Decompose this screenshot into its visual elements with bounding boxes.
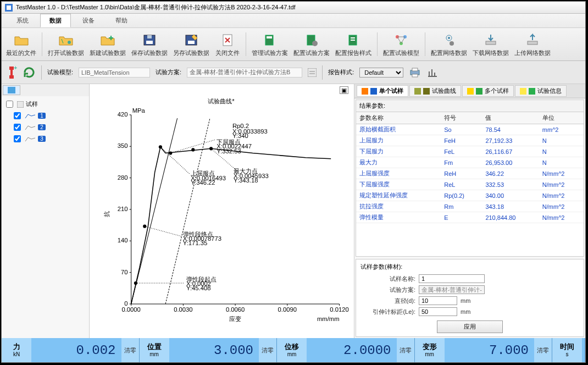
svg-rect-7	[188, 41, 195, 44]
specimen-red-icon[interactable]: +	[6, 65, 17, 80]
net-cfg-icon	[441, 32, 457, 48]
curve-thumb-icon	[25, 136, 36, 142]
spec-scheme-label: 试验方案:	[360, 286, 415, 294]
svg-text:210: 210	[118, 206, 128, 212]
config-network-data-button[interactable]: 配置网络数据	[429, 30, 469, 58]
result-header: 单位	[539, 112, 584, 124]
table-row[interactable]: 下屈服力FeL26,116.67N	[356, 146, 584, 157]
view-tab-多个试样[interactable]: 多个试样	[462, 85, 514, 97]
tree-item-checkbox[interactable]	[14, 135, 21, 142]
svg-text:Y:340: Y:340	[232, 132, 248, 139]
status-位置: 位置mm3.000清零	[140, 338, 278, 362]
menu-data[interactable]: 数据	[40, 14, 71, 27]
result-header: 符号	[441, 112, 482, 124]
refresh-icon[interactable]	[23, 66, 36, 79]
status-value: 3.000	[169, 338, 259, 362]
menu-system[interactable]: 系统	[7, 14, 38, 27]
report-icon	[345, 32, 362, 48]
status-时间: 时间s	[552, 338, 585, 362]
result-params-panel: 结果参数: 参数名称符号值单位 原始横截面积So78.54mm^2上屈服力FeH…	[356, 99, 584, 257]
save-test-data-button[interactable]: 保存试验数据	[129, 30, 170, 58]
scheme-value[interactable]	[187, 68, 302, 78]
close-file-button[interactable]: 关闭文件	[213, 30, 242, 58]
menu-help[interactable]: 帮助	[106, 14, 137, 27]
view-tab-试验曲线[interactable]: 试验曲线	[409, 85, 461, 97]
spec-gauge-unit: mm	[461, 308, 477, 315]
svg-rect-24	[9, 67, 14, 70]
clear-button[interactable]: 清零	[121, 338, 139, 362]
table-row[interactable]: 最大力Fm26,953.00N	[356, 157, 584, 168]
svg-rect-25	[10, 70, 13, 75]
folder-open-icon	[58, 32, 74, 48]
table-row[interactable]: 下屈服强度ReL332.53N/mm^2	[356, 179, 584, 190]
config-report-style-button[interactable]: 配置报告样式	[333, 30, 374, 58]
view-tab-单个试样[interactable]: 单个试样	[357, 85, 408, 97]
clear-button[interactable]: 清零	[397, 338, 414, 362]
tree-item-checkbox[interactable]	[14, 112, 21, 119]
table-row[interactable]: 抗拉强度Rm343.18N/mm^2	[356, 201, 584, 212]
clear-button[interactable]: 清零	[259, 338, 276, 362]
view-tab-试验信息[interactable]: 试验信息	[515, 85, 567, 97]
status-变形: 变形mm7.000清零	[415, 338, 553, 362]
spec-diameter-unit: mm	[461, 297, 477, 304]
svg-line-61	[131, 118, 177, 304]
specimen-tree-tab[interactable]	[3, 85, 20, 95]
report-style-select[interactable]: Default	[359, 68, 403, 78]
apply-button[interactable]: 应用	[437, 320, 503, 333]
net-up-icon	[524, 32, 541, 48]
svg-text:Y:346.22: Y:346.22	[191, 179, 215, 186]
spec-name-input[interactable]	[419, 274, 485, 283]
table-row[interactable]: 上屈服强度ReH346.22N/mm^2	[356, 168, 584, 179]
svg-rect-23	[528, 41, 537, 45]
svg-rect-28	[308, 68, 317, 77]
tree-root-checkbox[interactable]	[6, 101, 13, 108]
upload-network-data-button[interactable]: 上传网络数据	[512, 30, 553, 58]
book-gear-icon	[303, 32, 320, 48]
tree-item-3[interactable]: 3	[4, 133, 87, 145]
curve-thumb-icon	[25, 125, 36, 130]
tree-root[interactable]: 试样	[4, 98, 87, 110]
recent-files-button[interactable]: 最近的文件	[4, 30, 38, 58]
table-row[interactable]: 规定塑性延伸强度Rp(0.2)340.00N/mm^2	[356, 190, 584, 201]
clear-button[interactable]: 清零	[534, 338, 552, 362]
table-row[interactable]: 弹性模量E210,844.80N/mm^2	[356, 212, 584, 223]
svg-text:70: 70	[121, 269, 128, 275]
svg-point-12	[312, 41, 318, 46]
menu-device[interactable]: 设备	[73, 14, 104, 27]
folder-new-icon	[99, 32, 116, 48]
option-bar: + 试验模型: 试验方案: 报告样式: Default	[2, 61, 585, 84]
config-scheme-button[interactable]: 配置试验方案	[291, 30, 332, 58]
svg-text:Y:332.53: Y:332.53	[217, 148, 241, 154]
svg-text:Y:171.35: Y:171.35	[183, 240, 207, 246]
tree-item-2[interactable]: 2	[4, 121, 87, 133]
tree-item-1[interactable]: 1	[4, 110, 87, 121]
svg-point-2	[68, 41, 71, 44]
print-icon[interactable]	[409, 67, 421, 78]
svg-point-20	[448, 37, 450, 39]
new-test-data-button[interactable]: 新建试验数据	[87, 30, 128, 58]
svg-text:Y:45.408: Y:45.408	[186, 285, 210, 291]
net-down-icon	[482, 32, 499, 48]
svg-rect-1	[7, 5, 11, 10]
specimen-params-title: 试样参数(棒材):	[360, 263, 579, 271]
scheme-browse-icon[interactable]	[308, 68, 317, 77]
stress-strain-chart[interactable]: 试验曲线* MPa 070140210280350420 0.00000.003…	[92, 86, 351, 336]
spec-diameter-input[interactable]	[419, 296, 457, 305]
svg-point-64	[191, 148, 195, 151]
chart-settings-icon[interactable]	[426, 67, 439, 78]
save-as-test-data-button[interactable]: 另存试验数据	[171, 30, 212, 58]
spec-gauge-input[interactable]	[419, 307, 457, 316]
application-window: TestMaster 1.0 - D:\TestMaster 1.0\bin\D…	[1, 1, 586, 363]
table-row[interactable]: 上屈服力FeH27,192.33N	[356, 135, 584, 146]
svg-text:Y:343.18: Y:343.18	[234, 177, 258, 184]
chart-expand-icon[interactable]: ▣	[340, 86, 348, 94]
status-力: 力kN0.002清零	[2, 338, 140, 362]
tree-item-checkbox[interactable]	[14, 124, 21, 131]
svg-rect-30	[412, 68, 418, 71]
open-test-data-button[interactable]: 打开试验数据	[46, 30, 86, 58]
table-row[interactable]: 原始横截面积So78.54mm^2	[356, 124, 584, 135]
config-test-model-button[interactable]: 配置试验模型	[381, 30, 421, 58]
download-network-data-button[interactable]: 下载网络数据	[470, 30, 511, 58]
manage-scheme-button[interactable]: 管理试验方案	[249, 30, 290, 58]
status-value: 2.0000	[307, 338, 397, 362]
